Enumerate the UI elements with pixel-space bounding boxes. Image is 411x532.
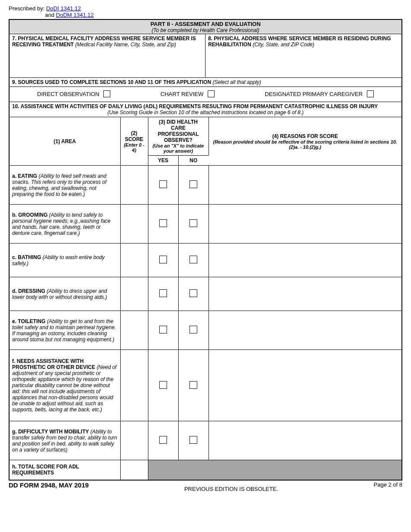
adl-header-row: (1) AREA (2) SCORE (Enter 0 - 4) (3) DID… <box>10 117 401 156</box>
prescribed-label: Prescribed by: <box>9 5 45 12</box>
row-bathing: c. BATHING (Ability to wash entire body … <box>10 244 401 277</box>
opt1-label: DIRECT OBSERVATION <box>37 91 100 97</box>
opt-chart-review: CHART REVIEW <box>161 90 215 97</box>
adl-table: (1) AREA (2) SCORE (Enter 0 - 4) (3) DID… <box>10 117 401 480</box>
yes-eating[interactable] <box>159 180 167 188</box>
area-eating: a. EATING (Ability to feed self meals an… <box>10 166 120 205</box>
row-dressing: d. DRESSING (Ability to dress upper and … <box>10 277 401 311</box>
area-prosthetic: f. NEEDS ASSISTANCE WITH PROSTHETIC OR O… <box>10 350 120 421</box>
s7-hint: (Medical Facility Name, City, State, and… <box>75 42 176 48</box>
reason-eating[interactable] <box>209 166 401 205</box>
yes-prosthetic[interactable] <box>159 381 167 389</box>
no-mobility[interactable] <box>189 436 197 444</box>
section-7: 7. PHYSICAL MEDICAL FACILITY ADDRESS WHE… <box>10 34 206 77</box>
opt-primary-caregiver: DESIGNATED PRIMARY CAREGIVER <box>265 90 374 97</box>
area-dressing: d. DRESSING (Ability to dress upper and … <box>10 277 120 311</box>
yes-dressing[interactable] <box>159 289 167 297</box>
hdr-score: (2) SCORE (Enter 0 - 4) <box>120 117 148 166</box>
row-eating: a. EATING (Ability to feed self meals an… <box>10 166 401 205</box>
chk-chart-review[interactable] <box>208 90 215 97</box>
row-total: h. TOTAL SCORE FOR ADL REQUIREMENTS <box>10 460 401 480</box>
footer: DD FORM 2948, MAY 2019 PREVIOUS EDITION … <box>9 481 402 492</box>
yes-bathing[interactable] <box>159 256 167 263</box>
row-mobility: g. DIFFICULTY WITH MOBILITY (Ability to … <box>10 421 401 460</box>
s8-hint: (City, State, and ZIP Code) <box>253 42 315 48</box>
section-7-8: 7. PHYSICAL MEDICAL FACILITY ADDRESS WHE… <box>10 34 401 78</box>
row-toileting: e. TOILETING (Ability to get to and from… <box>10 311 401 350</box>
and-text: and <box>45 12 55 18</box>
section-8: 8. PHYSICAL ADDRESS WHERE SERVICE MEMBER… <box>206 34 401 77</box>
score-prosthetic[interactable] <box>120 350 148 421</box>
section-9-title: 9. SOURCES USED TO COMPLETE SECTIONS 10 … <box>10 78 401 87</box>
link-dodm[interactable]: DoDM 1341.12 <box>56 12 93 18</box>
yes-mobility[interactable] <box>159 436 167 444</box>
reason-bathing[interactable] <box>209 244 401 277</box>
no-prosthetic[interactable] <box>189 381 197 389</box>
part2-sub: (To be completed by Health Care Professi… <box>10 27 401 33</box>
no-bathing[interactable] <box>189 256 197 263</box>
form-number: DD FORM 2948, MAY 2019 <box>9 481 89 489</box>
no-grooming[interactable] <box>189 219 197 227</box>
link-dodi[interactable]: DoDI 1341.12 <box>46 5 81 12</box>
reason-mobility[interactable] <box>209 421 401 460</box>
score-dressing[interactable] <box>120 277 148 311</box>
chk-direct-observation[interactable] <box>103 90 110 97</box>
form-body: PART II - ASSESMENT AND EVALUATION (To b… <box>9 19 402 481</box>
area-grooming: b. GROOMING (Ability to tend safely to p… <box>10 205 120 244</box>
page-number: Page 2 of 8 <box>374 481 403 488</box>
s9-label: 9. SOURCES USED TO COMPLETE SECTIONS 10 … <box>12 79 211 85</box>
total-gray-fill <box>148 460 401 480</box>
score-eating[interactable] <box>120 166 148 205</box>
row-prosthetic: f. NEEDS ASSISTANCE WITH PROSTHETIC OR O… <box>10 350 401 421</box>
no-toileting[interactable] <box>189 326 197 333</box>
hdr-yes: YES <box>148 156 178 166</box>
section-10-sub: (Use Scoring Guide in Section 10 of the … <box>10 109 401 117</box>
s9-hint: (Select all that apply) <box>212 79 261 85</box>
reason-toileting[interactable] <box>209 311 401 350</box>
reason-dressing[interactable] <box>209 277 401 311</box>
opt2-label: CHART REVIEW <box>161 91 203 97</box>
yes-grooming[interactable] <box>159 219 167 227</box>
obsolete-note: PREVIOUS EDITION IS OBSOLETE. <box>89 481 373 492</box>
score-bathing[interactable] <box>120 244 148 277</box>
s10-label: 10. ASSISTANCE WITH ACTIVITIES OF DAILY … <box>12 103 378 109</box>
opt3-label: DESIGNATED PRIMARY CAREGIVER <box>265 91 363 97</box>
score-total[interactable] <box>120 460 148 480</box>
area-toileting: e. TOILETING (Ability to get to and from… <box>10 311 120 350</box>
score-toileting[interactable] <box>120 311 148 350</box>
score-mobility[interactable] <box>120 421 148 460</box>
section-9-options: DIRECT OBSERVATION CHART REVIEW DESIGNAT… <box>10 87 401 102</box>
no-eating[interactable] <box>189 180 197 188</box>
yes-toileting[interactable] <box>159 326 167 333</box>
part2-header: PART II - ASSESMENT AND EVALUATION (To b… <box>10 20 401 34</box>
hdr-observe: (3) DID HEALTH CARE PROFESSIONAL OBSERVE… <box>148 117 209 156</box>
reason-prosthetic[interactable] <box>209 350 401 421</box>
section-10-title: 10. ASSISTANCE WITH ACTIVITIES OF DAILY … <box>10 102 401 109</box>
area-mobility: g. DIFFICULTY WITH MOBILITY (Ability to … <box>10 421 120 460</box>
hdr-no: NO <box>178 156 209 166</box>
chk-primary-caregiver[interactable] <box>367 90 374 97</box>
reason-grooming[interactable] <box>209 205 401 244</box>
opt-direct-observation: DIRECT OBSERVATION <box>37 90 111 97</box>
part2-title: PART II - ASSESMENT AND EVALUATION <box>10 21 401 27</box>
no-dressing[interactable] <box>189 289 197 297</box>
hdr-reason: (4) REASONS FOR SCORE (Reason provided s… <box>209 117 401 166</box>
area-total: h. TOTAL SCORE FOR ADL REQUIREMENTS <box>10 460 120 480</box>
prescribed-by: Prescribed by: DoDI 1341.12 and DoDM 134… <box>9 5 402 18</box>
area-bathing: c. BATHING (Ability to wash entire body … <box>10 244 120 277</box>
score-grooming[interactable] <box>120 205 148 244</box>
row-grooming: b. GROOMING (Ability to tend safely to p… <box>10 205 401 244</box>
hdr-area: (1) AREA <box>10 117 120 166</box>
